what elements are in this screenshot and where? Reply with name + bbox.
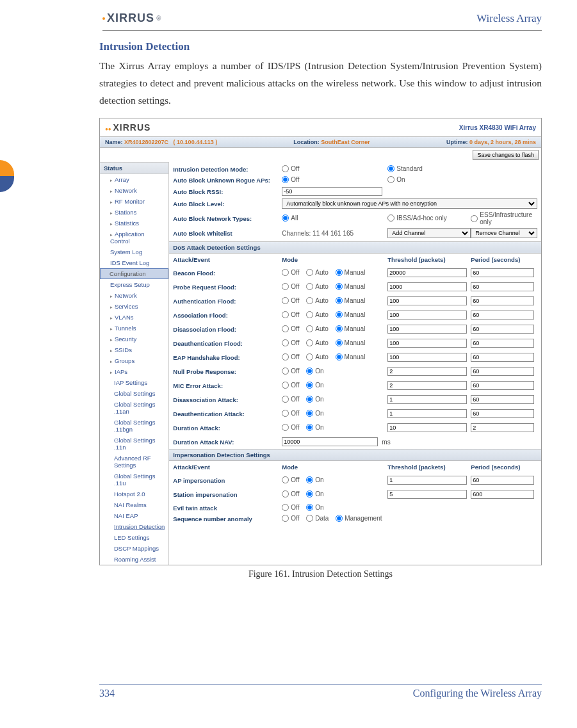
net-all[interactable]: All xyxy=(282,214,298,222)
sidebar-subitem[interactable]: IAP Settings xyxy=(100,377,168,388)
dos-threshold-input[interactable] xyxy=(387,395,467,404)
sidebar-item[interactable]: Array xyxy=(100,174,168,185)
sidebar-item[interactable]: Network xyxy=(100,290,168,301)
dos-off[interactable]: Off xyxy=(282,424,299,431)
dos-on[interactable]: On xyxy=(306,396,323,403)
imp-period-input[interactable] xyxy=(471,476,534,485)
rssi-input[interactable] xyxy=(282,187,382,196)
dos-off[interactable]: Off xyxy=(282,353,299,360)
sidebar-subitem[interactable]: Global Settings .11u xyxy=(100,471,168,489)
dos-off[interactable]: Off xyxy=(282,382,299,389)
sidebar-subitem[interactable]: Global Settings .11n xyxy=(100,435,168,453)
sidebar-subitem[interactable]: Roaming Assist xyxy=(100,554,168,565)
evil-on[interactable]: On xyxy=(306,504,323,511)
dos-off[interactable]: Off xyxy=(282,297,299,304)
sidebar-item[interactable]: Stations xyxy=(100,207,168,218)
imp-off[interactable]: Off xyxy=(282,476,299,483)
sidebar-subitem[interactable]: Intrusion Detection xyxy=(100,521,168,532)
dos-off[interactable]: Off xyxy=(282,311,299,318)
dos-off[interactable]: Off xyxy=(282,410,299,417)
dos-period-input[interactable] xyxy=(471,282,534,291)
sidebar-subitem[interactable]: DSCP Mappings xyxy=(100,543,168,554)
sidebar-item[interactable]: Security xyxy=(100,334,168,344)
dos-off[interactable]: Off xyxy=(282,269,299,276)
dos-period-input[interactable] xyxy=(471,395,534,404)
dos-manual[interactable]: Manual xyxy=(336,325,366,332)
dos-off[interactable]: Off xyxy=(282,339,299,346)
dos-off[interactable]: Off xyxy=(282,396,299,403)
add-channel-select[interactable]: Add Channel xyxy=(387,228,471,238)
dos-manual[interactable]: Manual xyxy=(336,311,366,318)
dos-auto[interactable]: Auto xyxy=(306,311,329,318)
dos-period-input[interactable] xyxy=(471,311,534,320)
imp-on[interactable]: On xyxy=(306,490,323,497)
dos-threshold-input[interactable] xyxy=(387,296,467,305)
remove-channel-select[interactable]: Remove Channel xyxy=(471,228,537,238)
dos-period-input[interactable] xyxy=(471,353,534,362)
sidebar-item[interactable]: Groups xyxy=(100,355,168,366)
imp-off[interactable]: Off xyxy=(282,490,299,497)
sidebar-subitem[interactable]: NAI Realms xyxy=(100,499,168,510)
dos-off[interactable]: Off xyxy=(282,325,299,332)
net-ess[interactable]: ESS/Infrastructure only xyxy=(471,211,532,225)
sidebar-item[interactable]: IAPs xyxy=(100,366,168,377)
net-ibss[interactable]: IBSS/Ad-hoc only xyxy=(387,214,446,222)
seq-mgmt[interactable]: Management xyxy=(336,515,382,522)
sidebar-subitem[interactable]: LED Settings xyxy=(100,532,168,543)
sidebar-subitem[interactable]: Hotspot 2.0 xyxy=(100,489,168,499)
dos-period-input[interactable] xyxy=(471,339,534,348)
sidebar-item[interactable]: Statistics xyxy=(100,218,168,229)
dos-manual[interactable]: Manual xyxy=(336,339,366,346)
dos-period-input[interactable] xyxy=(471,268,534,277)
dos-manual[interactable]: Manual xyxy=(336,283,366,290)
dos-on[interactable]: On xyxy=(306,382,323,389)
sidebar-item[interactable]: IDS Event Log xyxy=(100,257,168,268)
dos-on[interactable]: On xyxy=(306,410,323,417)
sidebar-item[interactable]: System Log xyxy=(100,247,168,257)
dos-period-input[interactable] xyxy=(471,296,534,305)
dos-auto[interactable]: Auto xyxy=(306,339,329,346)
sidebar-subitem[interactable]: Advanced RF Settings xyxy=(100,453,168,471)
dos-threshold-input[interactable] xyxy=(387,325,467,334)
dos-threshold-input[interactable] xyxy=(387,353,467,362)
dos-threshold-input[interactable] xyxy=(387,311,467,320)
sidebar-subitem[interactable]: Global Settings .11an xyxy=(100,399,168,417)
imp-on[interactable]: On xyxy=(306,476,323,483)
dos-period-input[interactable] xyxy=(471,423,534,432)
sidebar-item[interactable]: RF Monitor xyxy=(100,196,168,207)
dos-threshold-input[interactable] xyxy=(387,339,467,348)
imp-period-input[interactable] xyxy=(471,490,534,499)
dos-threshold-input[interactable] xyxy=(387,381,467,390)
dos-manual[interactable]: Manual xyxy=(336,269,366,276)
sidebar-subitem[interactable]: NAI EAP xyxy=(100,510,168,521)
sidebar-item[interactable]: SSIDs xyxy=(100,344,168,355)
save-button[interactable]: Save changes to flash xyxy=(473,150,539,160)
dos-period-input[interactable] xyxy=(471,409,534,418)
imp-threshold-input[interactable] xyxy=(387,476,467,485)
dos-auto[interactable]: Auto xyxy=(306,325,329,332)
dos-on[interactable]: On xyxy=(306,424,323,431)
dos-auto[interactable]: Auto xyxy=(306,269,329,276)
nav-input[interactable] xyxy=(282,437,378,446)
sidebar-item[interactable]: VLANs xyxy=(100,312,168,323)
dos-manual[interactable]: Manual xyxy=(336,297,366,304)
dos-threshold-input[interactable] xyxy=(387,423,467,432)
seq-off[interactable]: Off xyxy=(282,515,299,522)
dos-auto[interactable]: Auto xyxy=(306,353,329,360)
imp-threshold-input[interactable] xyxy=(387,490,467,499)
sidebar-item[interactable]: Services xyxy=(100,301,168,312)
sidebar-subitem[interactable]: Global Settings .11bgn xyxy=(100,417,168,435)
sidebar-item[interactable]: Tunnels xyxy=(100,323,168,334)
ids-mode-off[interactable]: Off xyxy=(282,165,299,172)
sidebar-subitem[interactable]: Global Settings xyxy=(100,388,168,399)
dos-manual[interactable]: Manual xyxy=(336,353,366,360)
dos-on[interactable]: On xyxy=(306,368,323,375)
dos-auto[interactable]: Auto xyxy=(306,283,329,290)
sidebar-item[interactable]: Express Setup xyxy=(100,279,168,290)
dos-period-input[interactable] xyxy=(471,325,534,334)
sidebar-item[interactable]: Application Control xyxy=(100,229,168,247)
level-select[interactable]: Automatically block unknown rogue APs wi… xyxy=(282,198,537,209)
sidebar-item[interactable]: Network xyxy=(100,185,168,196)
evil-off[interactable]: Off xyxy=(282,504,299,511)
dos-off[interactable]: Off xyxy=(282,368,299,375)
